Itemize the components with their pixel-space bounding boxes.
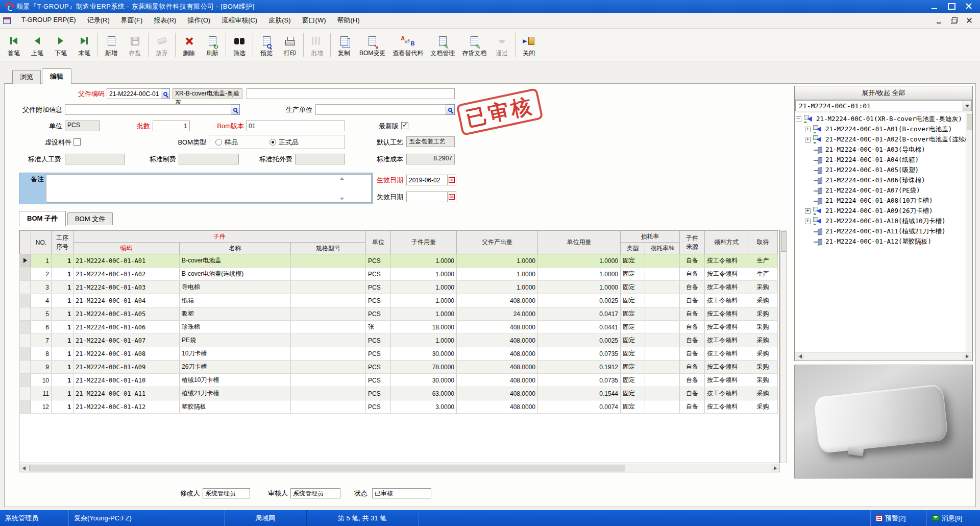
menu-item[interactable]: 报表(R) <box>148 14 182 27</box>
tab-bom-children[interactable]: BOM 子件 <box>19 211 66 226</box>
parent-code-lookup-button[interactable] <box>161 88 170 99</box>
tree-expander[interactable]: + <box>805 219 811 224</box>
table-vertical-scrollbar[interactable] <box>780 230 787 463</box>
scrollbar-thumb[interactable] <box>29 465 625 471</box>
toolbar-next-button[interactable]: 下笔 <box>49 30 72 60</box>
bom-version-selector[interactable]: 21-M2224-00C-01:01 <box>795 100 963 111</box>
menu-item[interactable]: 记录(R) <box>82 14 115 27</box>
scroll-up-icon[interactable] <box>340 177 344 180</box>
toolbar-print-button[interactable]: 打印 <box>278 30 302 60</box>
bom-type-option-sample[interactable]: 样品 <box>215 135 238 149</box>
tree-horizontal-scrollbar[interactable] <box>795 352 972 361</box>
toolbar-stockdoc-button[interactable]: ✎存货文档 <box>458 30 490 60</box>
tree-node[interactable]: 21-M2224-00C-01-A03(导电棉) <box>796 145 966 155</box>
bom-type-option-official[interactable]: 正式品 <box>270 135 299 149</box>
tree-node[interactable]: 21-M2224-00C-01-A04(纸箱) <box>796 155 966 165</box>
tree-node[interactable]: 21-M2224-00C-01-A05(吸塑) <box>796 165 966 175</box>
menu-item[interactable]: T-GROUP ERP(E) <box>16 14 82 27</box>
mdi-close-button[interactable] <box>964 16 975 25</box>
menu-item[interactable]: 操作(O) <box>182 14 216 27</box>
remark-textarea[interactable] <box>46 174 372 203</box>
prod-unit-lookup-button[interactable] <box>446 104 455 115</box>
toolbar-first-button[interactable]: 首笔 <box>2 30 26 60</box>
tab-bom-files[interactable]: BOM 文件 <box>67 212 113 225</box>
table-row[interactable]: 1121-M2224-00C-01-A01B-cover电池盖PCS1.0000… <box>20 254 778 268</box>
toolbar-delete-button[interactable]: 删除 <box>177 30 201 60</box>
tree-vertical-scrollbar[interactable] <box>966 113 972 352</box>
virtual-part-checkbox[interactable] <box>74 138 81 146</box>
mdi-child-icon[interactable] <box>3 17 11 24</box>
table-row[interactable]: 2121-M2224-00C-01-A02B-cover电池盖(连续模)PCS1… <box>20 268 778 281</box>
tab-edit[interactable]: 编辑 <box>42 68 71 84</box>
tree-node[interactable]: +21-M2224-00C-01-A01(B-cover电池盖) <box>796 124 966 134</box>
table-row[interactable]: 8121-M2224-00C-01-A0810刀卡槽PCS30.0000408.… <box>20 347 778 361</box>
toolbar-substitute-button[interactable]: A⇄B查看替代料 <box>389 30 427 60</box>
toolbar-last-button[interactable]: 末笔 <box>72 30 96 60</box>
mdi-minimize-button[interactable] <box>933 16 944 25</box>
scroll-right-icon[interactable] <box>771 464 779 472</box>
tree-node[interactable]: −21-M2224-00C-01(XR-B-cover电池盖-奥迪灰) <box>796 114 966 124</box>
chevron-down-icon[interactable] <box>963 100 972 111</box>
scroll-down-icon[interactable] <box>340 198 344 200</box>
table-row[interactable]: 7121-M2224-00C-01-A07PE袋PCS1.0000408.000… <box>20 334 778 347</box>
latest-version-checkbox[interactable] <box>401 122 408 129</box>
tree-node[interactable]: +21-M2224-00C-01-A10(植绒10刀卡槽) <box>796 216 966 226</box>
table-row[interactable]: 11121-M2224-00C-01-A11植绒21刀卡槽PCS63.00004… <box>20 387 778 400</box>
expire-date-input[interactable] <box>406 192 448 202</box>
tree-node[interactable]: 21-M2224-00C-01-A06(珍珠棉) <box>796 175 966 185</box>
toolbar-refresh-button[interactable]: ↻刷新 <box>201 30 224 60</box>
close-button[interactable] <box>962 2 976 11</box>
toolbar-new-button[interactable]: 新增 <box>100 30 123 60</box>
tree-expander[interactable]: + <box>805 127 811 132</box>
tree-node[interactable]: 21-M2224-00C-01-A08(10刀卡槽) <box>796 196 966 206</box>
toolbar-close-button[interactable]: 关闭 <box>517 30 541 60</box>
prod-unit-input[interactable] <box>315 104 446 115</box>
toolbar-preview-button[interactable]: 预览 <box>255 30 278 60</box>
tree-expander[interactable]: + <box>805 208 811 214</box>
tree-expander[interactable]: − <box>796 116 801 122</box>
expand-collapse-all-button[interactable]: 展开/收起 全部 <box>795 86 972 100</box>
scroll-left-icon[interactable] <box>19 464 28 472</box>
toolbar-bomchange-button[interactable]: ↘BOM变更 <box>356 30 389 60</box>
toolbar-prev-button[interactable]: 上笔 <box>26 30 49 60</box>
tab-browse[interactable]: 浏览 <box>12 70 41 84</box>
table-row[interactable]: 4121-M2224-00C-01-A04纸箱PCS1.0000408.0000… <box>20 294 778 307</box>
expire-calendar-button[interactable]: 31 <box>448 192 456 202</box>
scroll-left-icon[interactable] <box>796 353 804 361</box>
table-row[interactable]: 9121-M2224-00C-01-A0926刀卡槽PCS78.0000408.… <box>20 361 778 374</box>
scroll-right-icon[interactable] <box>963 353 971 361</box>
batch-input[interactable] <box>153 121 190 131</box>
parent-extra-field[interactable] <box>247 88 455 99</box>
statusbar-alerts[interactable]: 预警[2] <box>870 510 926 526</box>
table-row[interactable]: 3121-M2224-00C-01-A03导电棉PCS1.00001.00001… <box>20 281 778 294</box>
toolbar-docmgr-button[interactable]: ✎文档管理 <box>427 30 458 60</box>
table-row[interactable]: 6121-M2224-00C-01-A06珍珠棉张18.0000408.0000… <box>20 321 778 334</box>
menu-item[interactable]: 流程审核(C) <box>216 14 263 27</box>
menu-item[interactable]: 窗口(W) <box>297 14 332 27</box>
tree-node[interactable]: 21-M2224-00C-01-A12(塑胶隔板) <box>796 236 966 247</box>
toolbar-filter-button[interactable]: 筛选 <box>228 30 251 60</box>
menu-item[interactable]: 帮助(H) <box>331 14 365 27</box>
statusbar-messages[interactable]: 消息[9] <box>926 510 980 526</box>
table-row[interactable]: 12121-M2224-00C-01-A12塑胶隔板PCS3.0000408.0… <box>20 400 778 414</box>
addinfo-input[interactable] <box>65 104 231 115</box>
tree-expander[interactable]: + <box>805 137 811 142</box>
minimize-button[interactable] <box>927 2 941 11</box>
effective-calendar-button[interactable]: 31 <box>448 175 456 185</box>
menu-item[interactable]: 界面(F) <box>115 14 149 27</box>
bom-version-input[interactable] <box>246 121 345 131</box>
maximize-button[interactable] <box>944 2 959 11</box>
tree-node[interactable]: +21-M2224-00C-01-A09(26刀卡槽) <box>796 206 966 216</box>
tree-node[interactable]: 21-M2224-00C-01-A11(植绒21刀卡槽) <box>796 226 966 236</box>
table-row[interactable]: 10121-M2224-00C-01-A10植绒10刀卡槽PCS30.00004… <box>20 374 778 387</box>
mdi-restore-button[interactable] <box>948 16 960 25</box>
tree-node[interactable]: +21-M2224-00C-01-A02(B-cover电池盖(连续模)) <box>796 134 966 145</box>
addinfo-lookup-button[interactable] <box>231 104 240 115</box>
toolbar-copy-button[interactable]: 复制 <box>332 30 356 60</box>
tree-node[interactable]: 21-M2224-00C-01-A07(PE袋) <box>796 185 966 196</box>
table-horizontal-scrollbar[interactable] <box>19 464 780 472</box>
effective-date-input[interactable] <box>406 175 448 185</box>
menu-item[interactable]: 皮肤(S) <box>263 14 296 27</box>
parent-code-input[interactable] <box>107 88 161 99</box>
table-row[interactable]: 5121-M2224-00C-01-A05吸塑PCS1.000024.00000… <box>20 307 778 321</box>
